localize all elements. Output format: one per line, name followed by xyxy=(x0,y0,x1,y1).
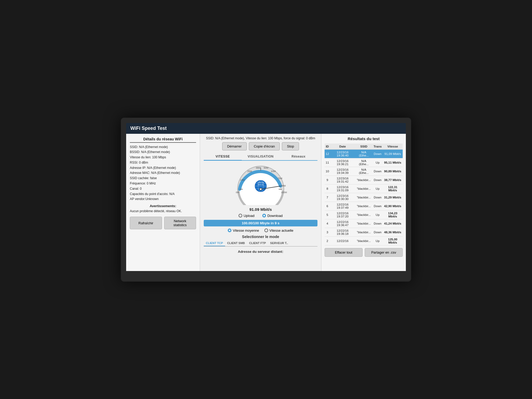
table-row[interactable]: 312/22/16 19:36:18"blackbir...Down48,36 … xyxy=(325,228,403,236)
table-row[interactable]: 212/22/16"blackbir...Up125,00 Mbit/s xyxy=(325,236,403,245)
table-cell: Down xyxy=(373,219,383,228)
table-cell: Up xyxy=(373,236,383,245)
table-cell: 8 xyxy=(325,184,330,193)
table-cell: 95,11 Mbit/s xyxy=(383,158,403,167)
table-cell: 38,77 Mbit/s xyxy=(383,175,403,184)
table-row[interactable]: 1212/23/16 19:36:40N/A (Ethe...Down91,09… xyxy=(325,149,403,158)
refresh-button[interactable]: Rafraîchir xyxy=(130,217,162,229)
tv-frame: WiFi Speed Test Détails du réseau WiFi S… xyxy=(121,118,411,282)
table-cell: 12/22/16 19:36:18 xyxy=(330,228,355,236)
svg-text:0M: 0M xyxy=(236,191,239,194)
table-cell: "blackbir... xyxy=(355,219,373,228)
network-stats-button[interactable]: Network statistics xyxy=(164,217,196,229)
action-buttons: Démarrer Copie d'écran Stop xyxy=(222,142,299,150)
client-tcp-tab[interactable]: CLIENT TCP xyxy=(204,240,225,246)
table-cell: 11 xyxy=(325,158,330,167)
left-panel-heading: Détails du réseau WiFi xyxy=(130,137,196,143)
svg-text:100M: 100M xyxy=(281,191,287,194)
table-cell: 12/23/16 19:34:39 xyxy=(330,167,355,175)
info-line: Canal: 0 xyxy=(130,187,196,191)
table-cell: 122,31 Mbit/s xyxy=(383,184,403,193)
table-cell: 12/23/16 19:31:09 xyxy=(330,184,355,193)
left-panel-buttons: Rafraîchir Network statistics xyxy=(130,217,196,229)
table-row[interactable]: 712/23/16 19:30:30"blackbir...Down31,29 … xyxy=(325,193,403,202)
info-line: Fréquence: 0 MHz xyxy=(130,181,196,186)
svg-text:88M: 88M xyxy=(281,184,286,187)
svg-text:N/A ms: N/A ms xyxy=(258,184,264,186)
info-line: Capacités du point d'accès: N/A xyxy=(130,192,196,196)
table-cell: Up xyxy=(373,158,383,167)
info-line: RSSI: 0 dBm xyxy=(130,160,196,165)
download-option[interactable]: Download xyxy=(262,214,283,218)
warnings-text: Aucun problème détecté, réseau OK. xyxy=(130,209,196,213)
table-cell: 12/23/16 19:36:21 xyxy=(330,158,355,167)
screenshot-button[interactable]: Copie d'écran xyxy=(249,142,280,150)
table-cell: 48,36 Mbit/s xyxy=(383,228,403,236)
table-cell: Down xyxy=(373,167,383,175)
middle-panel: SSID: N/A (Ethernet mode), Vitesse du li… xyxy=(200,134,321,271)
table-cell: 6 xyxy=(325,202,330,210)
info-lines: SSID: N/A (Ethernet mode)BSSID: N/A (Eth… xyxy=(130,145,196,202)
table-cell: 3 xyxy=(325,228,330,236)
table-cell: Down xyxy=(373,228,383,236)
vitesse-actuelle-radio[interactable] xyxy=(264,229,268,232)
table-cell: Down xyxy=(373,175,383,184)
title-bar: WiFi Speed Test xyxy=(126,123,406,134)
upload-option[interactable]: Upload xyxy=(239,214,254,218)
table-cell: "blackbir... xyxy=(355,193,373,202)
clear-button[interactable]: Effacer tout xyxy=(325,248,363,257)
tab-reseaux[interactable]: Réseaux xyxy=(279,153,317,160)
vitesse-actuelle-option[interactable]: Vitesse actuelle xyxy=(264,229,293,232)
info-line: SSID: N/A (Ethernet mode) xyxy=(130,145,196,149)
serveur-tab[interactable]: SERVEUR T.. xyxy=(268,240,290,246)
table-cell: 12/23/16 19:30:30 xyxy=(330,193,355,202)
table-cell: 91,09 Mbit/s xyxy=(383,149,403,158)
tab-visualisation[interactable]: VISUALISATION xyxy=(242,153,280,160)
ssid-info: SSID: N/A (Ethernet mode), Vitesse du li… xyxy=(206,136,315,140)
client-ftp-tab[interactable]: CLIENT FTP xyxy=(247,240,268,246)
info-line: BSSID: N/A (Ethernet mode) xyxy=(130,150,196,154)
info-line: Adresse MAC: N/A (Ethernet mode) xyxy=(130,171,196,175)
svg-text:63M: 63M xyxy=(271,170,276,173)
results-body: 1212/23/16 19:36:40N/A (Ethe...Down91,09… xyxy=(325,149,403,245)
table-cell: Down xyxy=(373,149,383,158)
client-tabs: CLIENT TCP CLIENT SMB CLIENT FTP SERVEUR… xyxy=(204,240,317,246)
left-panel: Détails du réseau WiFi SSID: N/A (Ethern… xyxy=(126,134,200,271)
table-cell: "blackbir... xyxy=(355,236,373,245)
progress-text: 100.00/100 Mbyte in 9 s xyxy=(242,221,279,225)
app-title: WiFi Speed Test xyxy=(130,126,167,131)
table-row[interactable]: 1112/23/16 19:36:21N/A (Ethe...Up95,11 M… xyxy=(325,158,403,167)
table-cell: "blackbir... xyxy=(355,184,373,193)
speed-value: 91.09 Mbit/s xyxy=(249,207,272,212)
download-radio[interactable] xyxy=(262,214,266,217)
table-row[interactable]: 612/22/16 19:37:49"blackbir...Down42,90 … xyxy=(325,202,403,210)
table-row[interactable]: 812/23/16 19:31:09"blackbir...Up122,31 M… xyxy=(325,184,403,193)
client-smb-tab[interactable]: CLIENT SMB xyxy=(225,240,247,246)
svg-point-23 xyxy=(260,188,262,190)
table-row[interactable]: 512/22/16 19:37:20"blackbir...Up134,23 M… xyxy=(325,210,403,219)
info-line: AP vendor:Unknown xyxy=(130,197,196,201)
upload-label: Upload xyxy=(244,214,254,218)
table-row[interactable]: 412/22/16 19:36:47"blackbir...Down41,24 … xyxy=(325,219,403,228)
table-cell: 42,90 Mbit/s xyxy=(383,202,403,210)
table-cell: 5 xyxy=(325,210,330,219)
right-bottom-buttons: Effacer tout Partager en .csv xyxy=(325,248,403,257)
results-col-header: Trans xyxy=(373,144,383,150)
results-col-header: Date xyxy=(330,144,355,150)
warnings-title: Avertissements: xyxy=(130,204,196,208)
share-button[interactable]: Partager en .csv xyxy=(365,248,403,257)
vitesse-moyenne-radio[interactable] xyxy=(228,229,231,232)
table-cell: "blackbir... xyxy=(355,202,373,210)
start-button[interactable]: Démarrer xyxy=(222,142,247,150)
table-cell: N/A (Ethe... xyxy=(355,149,373,158)
table-row[interactable]: 912/23/16 19:31:42"blackbir...Down38,77 … xyxy=(325,175,403,184)
vitesse-moyenne-option[interactable]: Vitesse moyenne xyxy=(228,229,259,232)
table-cell: "blackbir... xyxy=(355,228,373,236)
table-cell: 12/23/16 19:31:42 xyxy=(330,175,355,184)
stop-button[interactable]: Stop xyxy=(282,142,299,150)
tab-vitesse[interactable]: VITESSE xyxy=(204,153,242,161)
info-line: SSID cachée: false xyxy=(130,176,196,180)
upload-radio[interactable] xyxy=(239,214,242,217)
info-line: Adresse IP: N/A (Ethernet mode) xyxy=(130,166,196,170)
table-row[interactable]: 1012/23/16 19:34:39N/A (Ethe...Down90,89… xyxy=(325,167,403,175)
